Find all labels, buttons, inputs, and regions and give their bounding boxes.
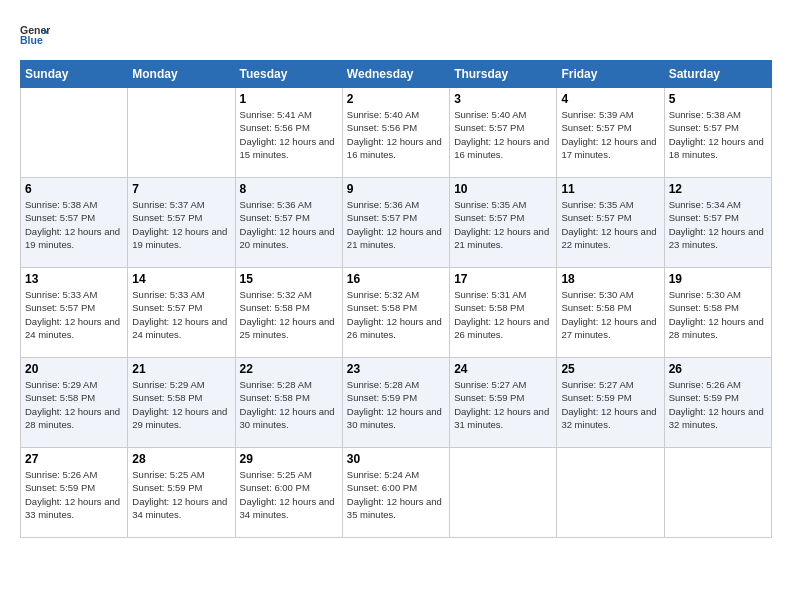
calendar-cell: 15Sunrise: 5:32 AMSunset: 5:58 PMDayligh… [235, 268, 342, 358]
day-number: 22 [240, 362, 338, 376]
day-number: 23 [347, 362, 445, 376]
day-info: Sunrise: 5:36 AMSunset: 5:57 PMDaylight:… [240, 198, 338, 251]
day-info: Sunrise: 5:33 AMSunset: 5:57 PMDaylight:… [25, 288, 123, 341]
day-number: 15 [240, 272, 338, 286]
calendar-cell: 13Sunrise: 5:33 AMSunset: 5:57 PMDayligh… [21, 268, 128, 358]
day-info: Sunrise: 5:30 AMSunset: 5:58 PMDaylight:… [561, 288, 659, 341]
calendar-cell: 16Sunrise: 5:32 AMSunset: 5:58 PMDayligh… [342, 268, 449, 358]
day-info: Sunrise: 5:28 AMSunset: 5:59 PMDaylight:… [347, 378, 445, 431]
weekday-header-thursday: Thursday [450, 61, 557, 88]
calendar-cell: 6Sunrise: 5:38 AMSunset: 5:57 PMDaylight… [21, 178, 128, 268]
calendar-cell: 14Sunrise: 5:33 AMSunset: 5:57 PMDayligh… [128, 268, 235, 358]
logo-icon: General Blue [20, 20, 50, 50]
day-number: 9 [347, 182, 445, 196]
day-number: 8 [240, 182, 338, 196]
day-info: Sunrise: 5:40 AMSunset: 5:57 PMDaylight:… [454, 108, 552, 161]
day-info: Sunrise: 5:32 AMSunset: 5:58 PMDaylight:… [240, 288, 338, 341]
day-info: Sunrise: 5:31 AMSunset: 5:58 PMDaylight:… [454, 288, 552, 341]
calendar-cell [664, 448, 771, 538]
calendar-cell: 22Sunrise: 5:28 AMSunset: 5:58 PMDayligh… [235, 358, 342, 448]
calendar-table: SundayMondayTuesdayWednesdayThursdayFrid… [20, 60, 772, 538]
day-info: Sunrise: 5:41 AMSunset: 5:56 PMDaylight:… [240, 108, 338, 161]
week-row-5: 27Sunrise: 5:26 AMSunset: 5:59 PMDayligh… [21, 448, 772, 538]
day-number: 1 [240, 92, 338, 106]
day-number: 28 [132, 452, 230, 466]
day-number: 19 [669, 272, 767, 286]
day-number: 30 [347, 452, 445, 466]
day-info: Sunrise: 5:33 AMSunset: 5:57 PMDaylight:… [132, 288, 230, 341]
day-number: 17 [454, 272, 552, 286]
day-number: 12 [669, 182, 767, 196]
day-info: Sunrise: 5:29 AMSunset: 5:58 PMDaylight:… [25, 378, 123, 431]
calendar-cell: 21Sunrise: 5:29 AMSunset: 5:58 PMDayligh… [128, 358, 235, 448]
day-info: Sunrise: 5:30 AMSunset: 5:58 PMDaylight:… [669, 288, 767, 341]
day-info: Sunrise: 5:27 AMSunset: 5:59 PMDaylight:… [561, 378, 659, 431]
week-row-2: 6Sunrise: 5:38 AMSunset: 5:57 PMDaylight… [21, 178, 772, 268]
calendar-cell: 7Sunrise: 5:37 AMSunset: 5:57 PMDaylight… [128, 178, 235, 268]
weekday-header-sunday: Sunday [21, 61, 128, 88]
calendar-cell: 23Sunrise: 5:28 AMSunset: 5:59 PMDayligh… [342, 358, 449, 448]
day-info: Sunrise: 5:29 AMSunset: 5:58 PMDaylight:… [132, 378, 230, 431]
day-number: 7 [132, 182, 230, 196]
calendar-cell: 10Sunrise: 5:35 AMSunset: 5:57 PMDayligh… [450, 178, 557, 268]
day-info: Sunrise: 5:38 AMSunset: 5:57 PMDaylight:… [669, 108, 767, 161]
calendar-cell: 24Sunrise: 5:27 AMSunset: 5:59 PMDayligh… [450, 358, 557, 448]
logo: General Blue [20, 20, 54, 50]
calendar-cell: 30Sunrise: 5:24 AMSunset: 6:00 PMDayligh… [342, 448, 449, 538]
calendar-cell [557, 448, 664, 538]
day-number: 29 [240, 452, 338, 466]
calendar-cell: 17Sunrise: 5:31 AMSunset: 5:58 PMDayligh… [450, 268, 557, 358]
day-info: Sunrise: 5:25 AMSunset: 6:00 PMDaylight:… [240, 468, 338, 521]
day-number: 27 [25, 452, 123, 466]
calendar-cell: 3Sunrise: 5:40 AMSunset: 5:57 PMDaylight… [450, 88, 557, 178]
day-info: Sunrise: 5:35 AMSunset: 5:57 PMDaylight:… [454, 198, 552, 251]
day-number: 11 [561, 182, 659, 196]
calendar-cell: 8Sunrise: 5:36 AMSunset: 5:57 PMDaylight… [235, 178, 342, 268]
calendar-cell [450, 448, 557, 538]
weekday-header-wednesday: Wednesday [342, 61, 449, 88]
calendar-cell: 27Sunrise: 5:26 AMSunset: 5:59 PMDayligh… [21, 448, 128, 538]
day-number: 14 [132, 272, 230, 286]
day-number: 2 [347, 92, 445, 106]
calendar-cell: 25Sunrise: 5:27 AMSunset: 5:59 PMDayligh… [557, 358, 664, 448]
calendar-cell: 20Sunrise: 5:29 AMSunset: 5:58 PMDayligh… [21, 358, 128, 448]
calendar-cell: 19Sunrise: 5:30 AMSunset: 5:58 PMDayligh… [664, 268, 771, 358]
day-info: Sunrise: 5:39 AMSunset: 5:57 PMDaylight:… [561, 108, 659, 161]
day-number: 16 [347, 272, 445, 286]
header: General Blue [20, 20, 772, 50]
day-info: Sunrise: 5:35 AMSunset: 5:57 PMDaylight:… [561, 198, 659, 251]
calendar-cell: 1Sunrise: 5:41 AMSunset: 5:56 PMDaylight… [235, 88, 342, 178]
day-info: Sunrise: 5:27 AMSunset: 5:59 PMDaylight:… [454, 378, 552, 431]
day-info: Sunrise: 5:25 AMSunset: 5:59 PMDaylight:… [132, 468, 230, 521]
day-number: 25 [561, 362, 659, 376]
weekday-header-monday: Monday [128, 61, 235, 88]
day-number: 26 [669, 362, 767, 376]
calendar-cell: 4Sunrise: 5:39 AMSunset: 5:57 PMDaylight… [557, 88, 664, 178]
calendar-cell: 9Sunrise: 5:36 AMSunset: 5:57 PMDaylight… [342, 178, 449, 268]
calendar-cell: 12Sunrise: 5:34 AMSunset: 5:57 PMDayligh… [664, 178, 771, 268]
day-info: Sunrise: 5:32 AMSunset: 5:58 PMDaylight:… [347, 288, 445, 341]
day-info: Sunrise: 5:40 AMSunset: 5:56 PMDaylight:… [347, 108, 445, 161]
day-info: Sunrise: 5:28 AMSunset: 5:58 PMDaylight:… [240, 378, 338, 431]
day-number: 6 [25, 182, 123, 196]
day-info: Sunrise: 5:26 AMSunset: 5:59 PMDaylight:… [25, 468, 123, 521]
weekday-header-saturday: Saturday [664, 61, 771, 88]
calendar-cell: 29Sunrise: 5:25 AMSunset: 6:00 PMDayligh… [235, 448, 342, 538]
calendar-cell: 28Sunrise: 5:25 AMSunset: 5:59 PMDayligh… [128, 448, 235, 538]
day-info: Sunrise: 5:36 AMSunset: 5:57 PMDaylight:… [347, 198, 445, 251]
day-number: 4 [561, 92, 659, 106]
calendar-cell [21, 88, 128, 178]
day-number: 3 [454, 92, 552, 106]
calendar-cell: 26Sunrise: 5:26 AMSunset: 5:59 PMDayligh… [664, 358, 771, 448]
calendar-cell: 18Sunrise: 5:30 AMSunset: 5:58 PMDayligh… [557, 268, 664, 358]
day-number: 24 [454, 362, 552, 376]
weekday-header-row: SundayMondayTuesdayWednesdayThursdayFrid… [21, 61, 772, 88]
day-info: Sunrise: 5:26 AMSunset: 5:59 PMDaylight:… [669, 378, 767, 431]
day-info: Sunrise: 5:37 AMSunset: 5:57 PMDaylight:… [132, 198, 230, 251]
calendar-cell [128, 88, 235, 178]
weekday-header-tuesday: Tuesday [235, 61, 342, 88]
day-number: 18 [561, 272, 659, 286]
day-number: 10 [454, 182, 552, 196]
calendar-cell: 11Sunrise: 5:35 AMSunset: 5:57 PMDayligh… [557, 178, 664, 268]
week-row-3: 13Sunrise: 5:33 AMSunset: 5:57 PMDayligh… [21, 268, 772, 358]
